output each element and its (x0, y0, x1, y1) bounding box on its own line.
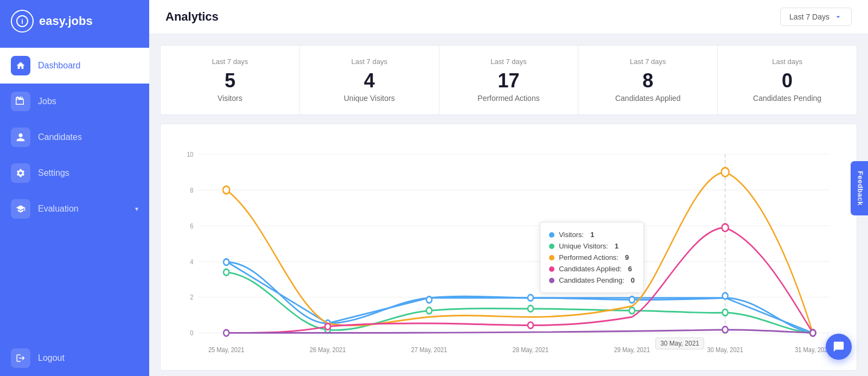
date-filter-label: Last 7 Days (789, 12, 829, 21)
svg-point-41 (722, 224, 729, 231)
stats-row: Last 7 days 5 Visitors Last 7 days 4 Uni… (149, 34, 868, 115)
tooltip-row-unique-visitors: Unique Visitors: 1 (549, 240, 635, 252)
stat-period-1: Last 7 days (351, 58, 387, 66)
svg-text:10: 10 (187, 150, 194, 158)
legend-item-candidates-pending: Candidates Pending (603, 369, 675, 371)
sidebar-candidates-label: Candidates (38, 132, 82, 142)
sidebar-item-settings[interactable]: Settings (0, 155, 149, 191)
tooltip-value-performed-actions: 9 (625, 253, 629, 262)
sidebar-item-dashboard[interactable]: Dashboard (0, 48, 149, 84)
tooltip-dot-unique-visitors (549, 244, 554, 249)
chat-button[interactable] (826, 334, 852, 360)
svg-point-31 (426, 307, 432, 314)
chart-container: 0 2 4 6 8 10 25 May, 2021 26 May, 2021 2… (160, 124, 857, 371)
legend-dot-candidates-pending (603, 371, 609, 371)
tooltip-label-performed-actions: Performed Actions: (559, 253, 618, 262)
tooltip-value-visitors: 1 (590, 231, 594, 239)
date-filter-button[interactable]: Last 7 Days (780, 8, 852, 26)
stat-label-2: Performed Actions (477, 94, 539, 103)
legend-dot-visitors (336, 371, 342, 371)
logo-icon: i (11, 10, 34, 33)
sidebar-item-evaluation[interactable]: Evaluation ▾ (0, 191, 149, 227)
jobs-icon (11, 92, 30, 111)
tooltip-row-visitors: Visitors: 1 (549, 229, 635, 240)
stat-period-2: Last 7 days (490, 58, 527, 66)
svg-point-36 (223, 186, 229, 194)
tooltip-label-visitors: Visitors: (559, 231, 584, 239)
stat-card-unique-visitors: Last 7 days 4 Unique Visitors (300, 45, 439, 115)
tooltip-value-candidates-pending: 0 (631, 276, 635, 284)
legend-dot-unique-visitors (379, 371, 384, 371)
chart-tooltip: Visitors: 1 Unique Visitors: 1 Performed… (540, 222, 644, 293)
legend-label-candidates-pending: Candidates Pending (612, 369, 675, 371)
candidates-icon (11, 128, 30, 147)
sidebar-item-jobs[interactable]: Jobs (0, 84, 149, 119)
stat-value-3: 8 (642, 70, 653, 92)
stat-card-candidates-applied: Last 7 days 8 Candidates Applied (578, 45, 718, 115)
legend-label-unique-visitors: Unique Visitors (387, 369, 435, 371)
svg-point-22 (224, 259, 229, 265)
stat-value-1: 4 (364, 70, 375, 92)
svg-text:6: 6 (190, 222, 193, 230)
tooltip-dot-performed-actions (549, 255, 554, 260)
stat-value-4: 0 (782, 70, 793, 92)
legend-item-unique-visitors: Unique Visitors (379, 369, 435, 371)
stat-value-2: 17 (497, 70, 519, 92)
sidebar-item-candidates[interactable]: Candidates (0, 119, 149, 155)
tooltip-dot-candidates-pending (549, 278, 554, 283)
svg-point-45 (810, 329, 815, 336)
stat-label-0: Visitors (218, 94, 242, 103)
svg-text:27 May, 2021: 27 May, 2021 (411, 346, 448, 354)
sidebar-settings-label: Settings (38, 168, 69, 178)
chat-icon (833, 341, 845, 353)
svg-text:26 May, 2021: 26 May, 2021 (310, 346, 346, 354)
svg-text:30 May, 2021: 30 May, 2021 (707, 346, 743, 354)
stat-card-visitors: Last 7 days 5 Visitors (160, 45, 300, 115)
stat-label-4: Candidates Pending (753, 94, 821, 103)
stat-period-0: Last 7 days (212, 58, 248, 66)
tooltip-date: 30 May, 2021 (655, 337, 704, 349)
svg-point-40 (528, 322, 533, 328)
home-icon (11, 56, 30, 75)
tooltip-dot-candidates-applied (549, 266, 554, 272)
svg-point-43 (224, 329, 229, 336)
legend-item-performed-actions: Performed Actions (446, 369, 512, 371)
chart-wrapper: 0 2 4 6 8 10 25 May, 2021 26 May, 2021 2… (166, 135, 846, 365)
settings-icon (11, 163, 30, 183)
stat-card-performed-actions: Last 7 days 17 Performed Actions (439, 45, 579, 115)
stat-period-4: Last days (772, 58, 802, 66)
main-content: Analytics Last 7 Days Last 7 days 5 Visi… (149, 0, 868, 376)
evaluation-arrow-icon: ▾ (135, 205, 138, 213)
svg-text:i: i (21, 17, 23, 26)
stat-label-1: Unique Visitors (344, 94, 395, 103)
svg-point-24 (426, 296, 432, 303)
sidebar-nav: Dashboard Jobs Candidates (0, 48, 149, 340)
tooltip-row-candidates-applied: Candidates Applied: 6 (549, 263, 635, 275)
svg-text:29 May, 2021: 29 May, 2021 (614, 346, 650, 354)
legend-label-performed-actions: Performed Actions (455, 369, 512, 371)
stat-label-3: Candidates Applied (615, 94, 681, 103)
legend-label-candidates-applied: Candidates Applied (532, 369, 592, 371)
tooltip-value-unique-visitors: 1 (615, 242, 618, 250)
svg-point-37 (722, 168, 729, 176)
chart-legend: Visitors Unique Visitors Performed Actio… (166, 365, 846, 371)
tooltip-label-candidates-applied: Candidates Applied: (559, 265, 622, 273)
legend-item-candidates-applied: Candidates Applied (523, 369, 592, 371)
tooltip-value-candidates-applied: 6 (628, 265, 632, 273)
feedback-tab[interactable]: Feedback (851, 161, 868, 215)
tooltip-row-performed-actions: Performed Actions: 9 (549, 252, 635, 263)
logout-icon (11, 348, 30, 368)
sidebar-item-logout[interactable]: Logout (0, 340, 149, 376)
legend-dot-candidates-applied (523, 371, 528, 371)
legend-dot-performed-actions (446, 371, 451, 371)
svg-text:0: 0 (190, 329, 193, 337)
page-header: Analytics Last 7 Days (149, 0, 868, 34)
chevron-down-icon (834, 12, 843, 21)
svg-point-32 (528, 305, 533, 312)
page-title: Analytics (165, 10, 219, 24)
sidebar: i easy.jobs Dashboard Jobs (0, 0, 149, 376)
evaluation-icon (11, 199, 30, 219)
tooltip-label-unique-visitors: Unique Visitors: (559, 242, 608, 250)
svg-point-33 (629, 307, 635, 314)
svg-text:2: 2 (190, 293, 193, 301)
